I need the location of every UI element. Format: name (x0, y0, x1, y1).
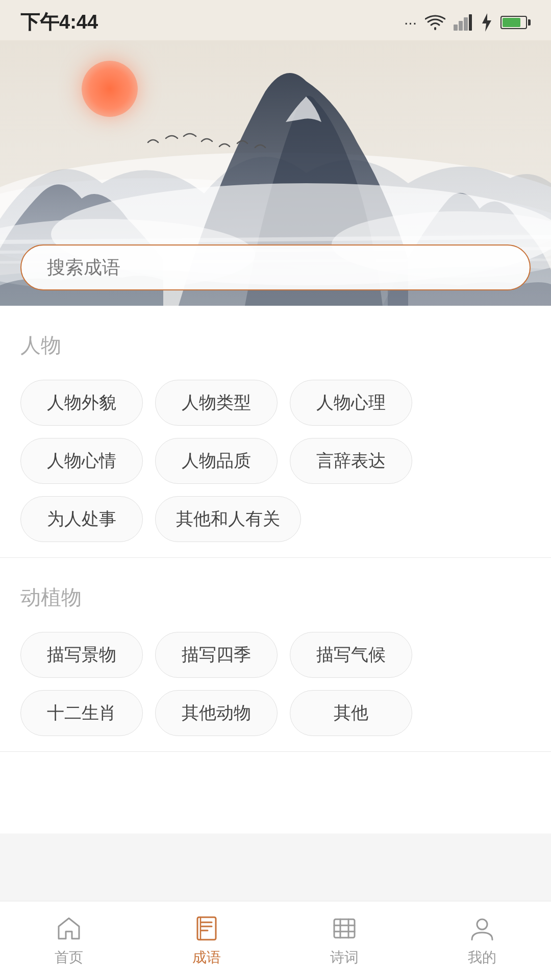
tag-people-appearance[interactable]: 人物外貌 (20, 380, 143, 426)
tag-people-speech[interactable]: 言辞表达 (290, 438, 412, 484)
svg-rect-3 (469, 14, 472, 31)
tag-people-quality[interactable]: 人物品质 (155, 438, 278, 484)
tag-zodiac[interactable]: 十二生肖 (20, 690, 143, 736)
category-people: 人物 人物外貌 人物类型 人物心理 人物心情 人物品质 言辞表达 为人处事 其他… (0, 306, 551, 558)
nav-item-poetry[interactable]: 诗词 (276, 914, 413, 967)
sun-decoration (82, 61, 138, 117)
battery-icon (500, 16, 531, 29)
nav-item-mine[interactable]: 我的 (413, 914, 551, 967)
category-title-animals: 动植物 (20, 583, 531, 611)
svg-point-24 (477, 919, 487, 929)
nav-item-home[interactable]: 首页 (0, 914, 138, 967)
search-input[interactable] (20, 244, 531, 290)
content-area: 人物 人物外貌 人物类型 人物心理 人物心情 人物品质 言辞表达 为人处事 其他… (0, 306, 551, 834)
nav-item-idiom[interactable]: 成语 (138, 914, 276, 967)
tags-grid-people: 人物外貌 人物类型 人物心理 人物心情 人物品质 言辞表达 为人处事 其他和人有… (20, 380, 531, 542)
tag-seasons[interactable]: 描写四季 (155, 632, 278, 678)
status-bar: 下午4:44 ··· (0, 0, 551, 40)
svg-rect-19 (334, 919, 355, 938)
svg-rect-1 (459, 21, 463, 31)
signal-icon (454, 14, 472, 31)
tag-weather[interactable]: 描写气候 (290, 632, 412, 678)
nav-label-mine: 我的 (468, 948, 496, 967)
bolt-icon (480, 13, 492, 32)
tag-people-mood[interactable]: 人物心情 (20, 438, 143, 484)
person-icon (468, 914, 496, 943)
hero-banner (0, 40, 551, 306)
home-icon (55, 914, 83, 943)
status-time: 下午4:44 (20, 9, 98, 35)
nav-label-home: 首页 (55, 948, 83, 967)
tag-other[interactable]: 其他 (290, 690, 412, 736)
tags-grid-animals: 描写景物 描写四季 描写气候 十二生肖 其他动物 其他 (20, 632, 531, 736)
nav-label-poetry: 诗词 (330, 948, 359, 967)
category-title-people: 人物 (20, 331, 531, 359)
bottom-nav: 首页 成语 诗词 (0, 901, 551, 980)
category-animals: 动植物 描写景物 描写四季 描写气候 十二生肖 其他动物 其他 (0, 558, 551, 752)
tag-scenery[interactable]: 描写景物 (20, 632, 143, 678)
tag-people-psychology[interactable]: 人物心理 (290, 380, 412, 426)
more-icon: ··· (404, 14, 417, 31)
status-icons: ··· (404, 13, 531, 32)
tag-other-animals[interactable]: 其他动物 (155, 690, 278, 736)
poetry-icon (330, 914, 359, 943)
tag-people-other[interactable]: 其他和人有关 (155, 496, 301, 542)
search-container (20, 244, 531, 290)
wifi-icon (425, 15, 445, 30)
nav-label-idiom: 成语 (192, 948, 221, 967)
tag-people-type[interactable]: 人物类型 (155, 380, 278, 426)
svg-rect-0 (454, 24, 458, 31)
book-icon (192, 914, 221, 943)
tag-people-conduct[interactable]: 为人处事 (20, 496, 143, 542)
svg-rect-2 (464, 17, 468, 31)
birds-decoration (143, 132, 276, 163)
